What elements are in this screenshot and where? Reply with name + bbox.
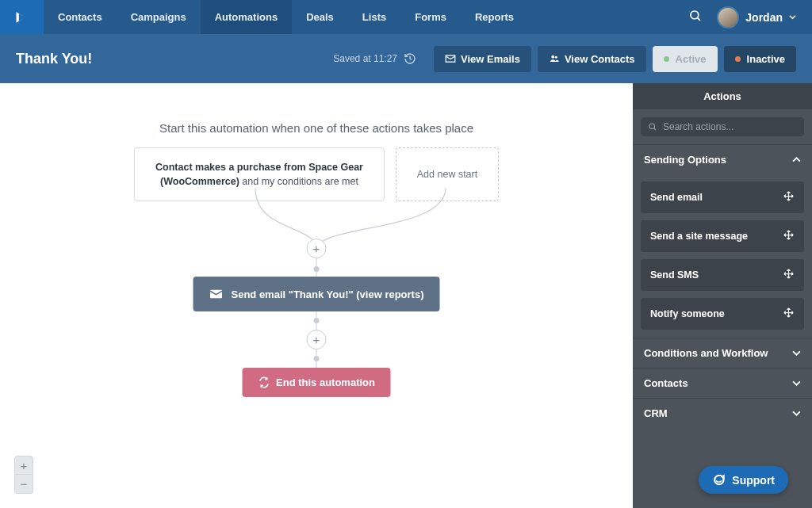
nav-deals[interactable]: Deals [292, 0, 348, 34]
nav-items: Contacts Campaigns Automations Deals Lis… [44, 0, 688, 34]
zoom-controls: + − [14, 456, 33, 494]
support-button[interactable]: Support [699, 466, 788, 494]
panel-search-input[interactable] [663, 121, 797, 132]
envelope-icon [445, 53, 456, 64]
nav-reports[interactable]: Reports [461, 0, 528, 34]
search-icon[interactable] [688, 9, 703, 25]
nav-automations[interactable]: Automations [201, 0, 292, 34]
move-icon [783, 307, 795, 321]
svg-line-6 [654, 128, 656, 130]
envelope-icon [209, 287, 223, 301]
start-prompt: Start this automation when one of these … [0, 83, 633, 135]
add-step-button-top[interactable]: + [306, 239, 326, 258]
saved-at: Saved at 11:27 [333, 52, 416, 65]
add-new-start[interactable]: Add new start [396, 147, 499, 201]
svg-line-1 [698, 17, 701, 21]
action-notify-someone[interactable]: Notify someone [641, 298, 804, 330]
action-send-email[interactable]: Send email [641, 181, 804, 213]
nav-forms[interactable]: Forms [400, 0, 461, 34]
automation-canvas[interactable]: Start this automation when one of these … [0, 83, 633, 508]
chevron-down-icon [792, 379, 801, 388]
view-contacts-button[interactable]: View Contacts [538, 46, 646, 72]
action-send-site-message[interactable]: Send a site message [641, 220, 804, 252]
move-icon [783, 229, 795, 243]
connector-dot [313, 318, 319, 323]
chevron-down-icon [789, 13, 796, 21]
user-name: Jordan [745, 11, 783, 24]
zoom-out-button[interactable]: − [14, 475, 33, 494]
svg-point-3 [555, 56, 557, 59]
svg-point-0 [691, 11, 699, 19]
chevron-down-icon [792, 349, 801, 357]
section-crm[interactable]: CRM [633, 398, 812, 428]
svg-point-2 [551, 55, 554, 59]
contacts-icon [549, 53, 560, 64]
panel-search[interactable] [641, 117, 804, 136]
user-menu[interactable]: Jordan [717, 6, 796, 29]
view-emails-button[interactable]: View Emails [434, 46, 531, 72]
end-node[interactable]: End this automation [242, 368, 391, 397]
svg-point-5 [649, 124, 655, 129]
trigger-card[interactable]: Contact makes a purchase from Space Gear… [134, 147, 385, 201]
svg-point-7 [714, 476, 723, 484]
nav-lists[interactable]: Lists [348, 0, 400, 34]
section-sending-options[interactable]: Sending Options [633, 144, 812, 174]
history-icon[interactable] [404, 52, 416, 65]
status-dot-inactive [735, 56, 741, 62]
chevron-down-icon [792, 409, 801, 418]
connector-dot [313, 266, 319, 272]
action-send-sms[interactable]: Send SMS [641, 259, 804, 291]
sub-header: Thank You! Saved at 11:27 View Emails Vi… [0, 34, 812, 83]
search-icon [648, 122, 657, 132]
actions-panel: Actions Sending Options Send email Send … [633, 83, 812, 508]
chat-icon [712, 473, 726, 487]
chevron-up-icon [792, 155, 801, 164]
zoom-in-button[interactable]: + [14, 456, 33, 475]
connector-dot [313, 356, 319, 361]
nav-contacts[interactable]: Contacts [44, 0, 117, 34]
move-icon [783, 190, 795, 204]
top-nav: Contacts Campaigns Automations Deals Lis… [0, 0, 812, 34]
page-title: Thank You! [16, 51, 92, 67]
status-active-toggle[interactable]: Active [653, 46, 718, 72]
status-inactive-toggle[interactable]: Inactive [724, 46, 796, 72]
status-dot-active [664, 56, 669, 62]
app-logo[interactable] [0, 0, 44, 34]
move-icon [783, 268, 795, 282]
panel-title: Actions [633, 83, 812, 109]
refresh-arrows-icon [258, 376, 270, 388]
section-contacts[interactable]: Contacts [633, 368, 812, 398]
avatar [717, 6, 739, 29]
add-step-button-mid[interactable]: + [306, 330, 326, 349]
section-conditions-workflow[interactable]: Conditions and Workflow [633, 338, 812, 368]
email-node[interactable]: Send email "Thank You!" (view reports) [193, 277, 439, 311]
nav-campaigns[interactable]: Campaigns [117, 0, 201, 34]
